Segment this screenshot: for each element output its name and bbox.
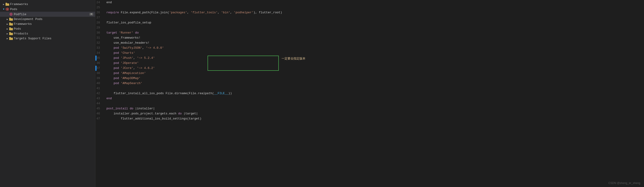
svg-rect-6 (9, 18, 13, 21)
sidebar-item-label: Pods (14, 27, 93, 30)
svg-rect-7 (9, 18, 11, 18)
token: flutter_ios_podfile_setup (106, 21, 151, 24)
sidebar-item-targets-support[interactable]: ▶ Targets Support Files (0, 36, 95, 41)
line-number: 43 (96, 96, 103, 101)
token: 'JOperate' (121, 61, 138, 65)
blue-marker-37 (96, 66, 96, 71)
token: ), flutter_root) (254, 11, 282, 14)
folder-icon (9, 32, 13, 35)
token: 'packages' (169, 11, 187, 14)
folder-icon (6, 3, 9, 6)
sidebar-item-label: Development Pods (14, 18, 93, 21)
token (106, 82, 114, 85)
line-content: pod 'AMapSearch' (106, 81, 640, 86)
token: 'AMapSearch' (121, 82, 142, 85)
code-lines: end require File.expand_path(File.join('… (104, 0, 644, 121)
code-area: 2425262728293031323334353637383940414243… (96, 0, 644, 121)
code-line: flutter_ios_podfile_setup (106, 20, 640, 25)
token: use_modular_headers! (106, 41, 150, 44)
sidebar-item-pods-inner[interactable]: ▶ Pods (0, 26, 95, 31)
token: pod (114, 72, 119, 75)
token: 'Charts' (121, 51, 135, 55)
sidebar-item-products[interactable]: ▶ Products (0, 31, 95, 36)
sidebar-item-frameworks-inner[interactable]: ▶ Frameworks (0, 22, 95, 26)
token: , (230, 11, 234, 14)
token: , (133, 66, 137, 70)
token: 'SwiftyJSON' (121, 46, 142, 50)
code-line (106, 86, 640, 91)
sidebar-item-development-pods[interactable]: ▶ Development Pods (0, 17, 95, 22)
token: pod (114, 56, 119, 60)
code-line: pod 'AMapLocation' (106, 71, 640, 76)
line-number: 30 (96, 30, 103, 36)
code-line: installer.pods_project.targets.each do |… (106, 111, 640, 116)
token (133, 31, 135, 34)
token: 'podhelper' (234, 11, 254, 14)
code-line: pod 'JPush', '~> 5.2.4' (106, 56, 640, 61)
token: , (142, 46, 146, 50)
sidebar-item-label: Targets Support Files (14, 37, 93, 40)
token: pod (114, 82, 119, 85)
line-content: pod 'SwiftyJSON', '~> 4.0.0' (106, 46, 640, 50)
podfile-icon (9, 12, 13, 16)
code-line (106, 101, 640, 106)
sidebar-item-pods-group[interactable]: ▼ Pods (0, 7, 95, 12)
line-number: 41 (96, 86, 103, 91)
code-line (106, 15, 640, 20)
line-number: 36 (96, 61, 103, 66)
line-content: flutter_install_all_ios_pods File.dirnam… (106, 91, 640, 96)
svg-rect-10 (9, 28, 13, 30)
line-number: 29 (96, 25, 103, 30)
line-number: 42 (96, 91, 103, 96)
chevron-right-icon: ▶ (6, 32, 9, 35)
token (117, 31, 119, 34)
code-line: target 'Runner' do (106, 30, 640, 36)
svg-rect-0 (6, 4, 9, 6)
token: '~> 5.2.4' (137, 56, 155, 60)
token: 'AMap3DMap' (121, 76, 140, 80)
line-content: use_frameworks! (106, 36, 640, 40)
token: post_install (106, 107, 128, 110)
token: )) (228, 92, 232, 95)
code-line: end (106, 0, 640, 5)
token (106, 72, 114, 75)
svg-rect-12 (9, 33, 13, 35)
line-numbers: 2425262728293031323334353637383940414243… (96, 0, 104, 121)
token: 'JPush' (121, 56, 133, 60)
line-number: 28 (96, 20, 103, 25)
token: flutter_additional_ios_build_settings(ta… (106, 117, 201, 120)
code-editor[interactable]: 一定要去指定版本 2425262728293031323334353637383… (96, 0, 644, 187)
svg-rect-9 (9, 22, 11, 24)
sidebar-item-frameworks-top[interactable]: ▶ Frameworks (0, 2, 95, 7)
line-number: 38 (96, 71, 103, 76)
token: end (106, 97, 112, 100)
line-number: 33 (96, 46, 103, 50)
token: pod (114, 66, 119, 70)
code-line: pod 'AMap3DMap' (106, 76, 640, 81)
pods-group-icon (6, 7, 9, 11)
code-line: use_frameworks! (106, 36, 640, 40)
chevron-right-icon: ▶ (6, 28, 9, 30)
line-content: pod 'AMap3DMap' (106, 76, 640, 81)
chevron-right-icon: ▶ (2, 3, 6, 6)
svg-rect-14 (9, 38, 13, 40)
token: do (130, 107, 133, 110)
chevron-down-icon: ▼ (2, 8, 6, 10)
line-content: target 'Runner' do (106, 30, 640, 36)
svg-rect-8 (9, 23, 13, 26)
token: pod (114, 51, 119, 55)
line-content (106, 86, 640, 91)
chevron-right-icon: ▶ (6, 18, 9, 21)
code-line: pod 'JOperate' (106, 61, 640, 66)
token: pod (114, 76, 119, 80)
folder-icon (9, 18, 13, 21)
line-content (106, 101, 640, 106)
sidebar-item-podfile[interactable]: Podfile M (0, 12, 95, 17)
code-line: end (106, 96, 640, 101)
code-line: flutter_additional_ios_build_settings(ta… (106, 116, 640, 121)
chevron-right-icon: ▶ (6, 23, 9, 26)
folder-icon (9, 37, 13, 40)
line-content: pod 'Charts' (106, 50, 640, 56)
code-line: pod 'AMapSearch' (106, 81, 640, 86)
line-content: flutter_additional_ios_build_settings(ta… (106, 116, 640, 121)
